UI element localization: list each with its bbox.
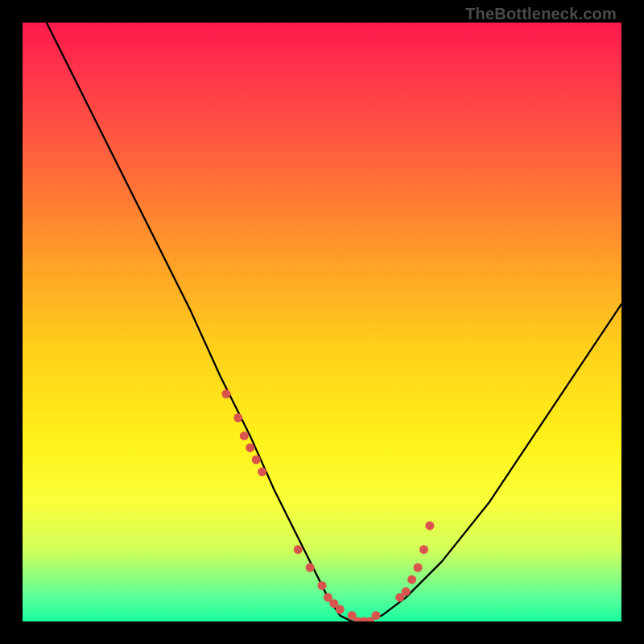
emphasis-dot <box>318 581 327 590</box>
emphasis-dot <box>336 605 345 614</box>
emphasis-dot <box>407 575 416 584</box>
emphasis-dot <box>372 611 381 620</box>
emphasis-dot <box>258 468 266 477</box>
emphasis-dot <box>240 431 249 440</box>
emphasis-dot <box>306 564 315 572</box>
emphasis-dot <box>419 545 428 554</box>
bottleneck-curve <box>47 23 621 621</box>
emphasis-dot <box>233 414 242 423</box>
emphasis-dot <box>402 587 411 596</box>
emphasis-dot <box>414 564 423 572</box>
curve-layer <box>23 23 621 621</box>
emphasis-dot <box>425 522 434 530</box>
emphasis-dot <box>252 456 261 464</box>
plot-area <box>23 23 621 621</box>
emphasis-dot <box>222 390 231 398</box>
chart-frame: TheBottleneck.com <box>0 0 644 644</box>
emphasis-dot <box>246 444 254 452</box>
attribution-label: TheBottleneck.com <box>465 5 617 23</box>
emphasis-dot <box>294 545 303 554</box>
